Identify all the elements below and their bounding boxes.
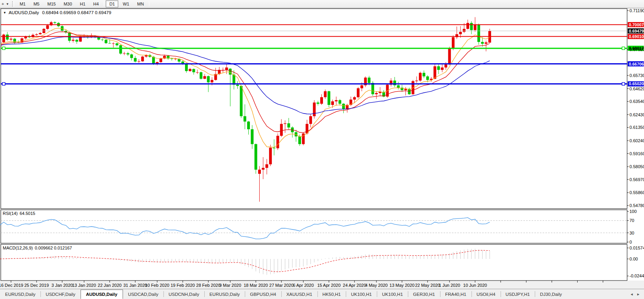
toolbar-separator (104, 2, 104, 6)
date-label: 27 Mar 2020 (269, 283, 294, 288)
toolbar-grip[interactable] (12, 1, 14, 7)
date-label: 3 Jan 2020 (51, 283, 73, 288)
price-tag-text: 0.69479 (629, 29, 644, 33)
price-axis-tick: 0.59160 (629, 151, 644, 156)
date-label: 10 Feb 2020 (145, 283, 169, 288)
timeframe-button-mn[interactable]: MN (134, 0, 147, 7)
timeframe-button-m5[interactable]: M5 (30, 0, 43, 7)
date-label: 19 Feb 2020 (171, 283, 195, 288)
macd-axis-tick: 0.015741 (629, 246, 644, 250)
chart-tab-usdchf-daily[interactable]: USDCHF,Daily (40, 289, 80, 299)
timeframe-button-m1[interactable]: M1 (16, 0, 29, 7)
level-handle[interactable] (622, 83, 625, 85)
chart-tab-audusd-daily[interactable]: AUDUSD,Daily (81, 290, 123, 299)
timeframe-button-d1[interactable]: D1 (106, 0, 118, 7)
dropdown-caret-icon[interactable]: ▼ (6, 2, 9, 6)
chart-tab-ger30-h1[interactable]: GER30,H1 (408, 289, 440, 299)
price-tag-text: 0.70007 (629, 22, 644, 27)
macd-indicator-label: MACD(12,26,9)0.009662 0.012167 (3, 246, 72, 250)
price-axis-tick: 0.67920 (629, 47, 644, 52)
price-axis-tick: 0.71190 (629, 8, 644, 13)
date-label: 6 Apr 2020 (293, 283, 314, 288)
cursor-tool-icon[interactable]: ⌖ (0, 2, 6, 7)
tab-scroll-arrows: ◄► (626, 289, 644, 299)
timeframe-button-h1[interactable]: H1 (76, 0, 89, 7)
date-label: 13 May 2020 (389, 283, 415, 288)
timeframe-button-m15[interactable]: M15 (44, 0, 59, 7)
chart-tab-gbpusd-h4[interactable]: GBPUSD,H4 (245, 289, 281, 299)
price-tag-text: 0.66706 (629, 62, 644, 66)
timeframe-button-m30[interactable]: M30 (60, 0, 75, 7)
collapse-triangle-icon[interactable]: ▼ (3, 11, 6, 15)
price-axis-tick: 0.64620 (629, 86, 644, 91)
chart-tab-uk100-h1[interactable]: UK100,H1 (377, 289, 408, 299)
date-label: 16 Dec 2019 (0, 283, 23, 288)
time-axis: 16 Dec 201925 Dec 20193 Jan 202013 Jan 2… (0, 281, 603, 288)
rsi-axis-tick: 0 (629, 240, 632, 244)
price-chart[interactable]: 0.700070.694790.690100.680170.667060.650… (0, 0, 644, 289)
date-label: 28 Feb 2020 (196, 283, 220, 288)
price-tag-text: 0.65020 (629, 81, 644, 86)
price-axis-tick: 0.55860 (629, 190, 644, 195)
chart-tab-uk100-h1[interactable]: UK100,H1 (346, 289, 377, 299)
level-handle[interactable] (2, 47, 5, 50)
macd-panel[interactable] (1, 244, 627, 281)
rsi-indicator-label: RSI(14)64.5015 (3, 211, 35, 216)
price-axis-tick: 0.62430 (629, 112, 644, 117)
price-axis-tick: 0.60240 (629, 138, 644, 143)
chart-tab-hk50-h1[interactable]: HK50,H1 (317, 289, 346, 299)
level-handle[interactable] (622, 47, 625, 50)
price-axis-tick: 0.63540 (629, 99, 644, 104)
price-axis-tick: 0.61350 (629, 125, 644, 130)
date-label: 22 Jan 2020 (98, 283, 122, 288)
chart-tab-dj30-daily[interactable]: DJ30,Daily (535, 289, 567, 299)
macd-axis-tick: 0.00 (629, 257, 638, 261)
date-label: 31 Jan 2020 (123, 283, 147, 288)
rsi-panel[interactable] (1, 210, 627, 243)
mt4-window: ⌖ ▼ M1M5M15M30H1H4D1W1MN ▼AUDUSD,Daily0.… (0, 0, 644, 299)
date-label: 22 May 2020 (415, 283, 440, 288)
date-label: 18 Mar 2020 (244, 283, 268, 288)
price-tag-text: 0.69010 (629, 34, 644, 39)
timeframe-buttons: M1M5M15M30H1H4D1W1MN (16, 2, 150, 6)
date-label: 1 Jun 2020 (439, 283, 460, 288)
chart-tab-usoil-h4[interactable]: USOil,H4 (472, 289, 501, 299)
date-label: 9 Mar 2020 (219, 283, 241, 288)
chart-tab-xauusd-h1[interactable]: XAUUSD,H1 (281, 289, 317, 299)
chart-tabs-bar: EURUSD,DailyUSDCHF,DailyAUDUSD,DailyUSDC… (0, 289, 644, 299)
tab-scroll-right-icon[interactable]: ► (637, 292, 640, 296)
chart-title: ▼AUDUSD,Daily0.68494 0.69659 0.68477 0.6… (3, 10, 111, 15)
tabbar-spacer (567, 289, 626, 299)
date-label: 15 Apr 2020 (317, 283, 340, 288)
date-label: 24 Apr 2020 (343, 283, 366, 288)
chart-tab-usdcnh-daily[interactable]: USDCNH,Daily (163, 289, 204, 299)
date-label: 4 May 2020 (365, 283, 387, 288)
price-axis-tick: 0.56970 (629, 177, 644, 182)
macd-axis-tick: -0.024412 (629, 273, 644, 278)
timeframe-toolbar: ⌖ ▼ M1M5M15M30H1H4D1W1MN (0, 0, 644, 8)
chart-tab-eurusd-daily[interactable]: EURUSD,Daily (0, 289, 40, 299)
date-label: 13 Jan 2020 (72, 283, 96, 288)
price-axis-tick: 0.65730 (629, 73, 644, 78)
ohlc-quote: 0.68494 0.69659 0.68477 0.69479 (42, 10, 111, 15)
rsi-axis-tick: 100 (629, 209, 637, 214)
date-label: 25 Dec 2019 (24, 283, 49, 288)
date-label: 10 Jun 2020 (463, 283, 487, 288)
toolbar-separator (149, 2, 149, 6)
chart-tab-fra40-h1[interactable]: FRA40,H1 (440, 289, 472, 299)
rsi-axis-tick: 70 (629, 218, 634, 223)
chart-tab-usdcad-daily[interactable]: USDCAD,Daily (123, 289, 163, 299)
price-axis-tick: 0.54780 (629, 203, 644, 208)
price-axis-tick: 0.58050 (629, 164, 644, 169)
timeframe-button-w1[interactable]: W1 (119, 0, 133, 7)
timeframe-button-h4[interactable]: H4 (90, 0, 102, 7)
chart-tab-usdjpy-h1[interactable]: USDJPY,H1 (501, 289, 535, 299)
symbol-period: AUDUSD,Daily (9, 10, 39, 15)
chart-tab-eurusd-daily[interactable]: EURUSD,Daily (204, 289, 245, 299)
rsi-axis-tick: 30 (629, 231, 634, 235)
tab-scroll-left-icon[interactable]: ◄ (630, 292, 633, 296)
level-handle[interactable] (2, 83, 5, 85)
